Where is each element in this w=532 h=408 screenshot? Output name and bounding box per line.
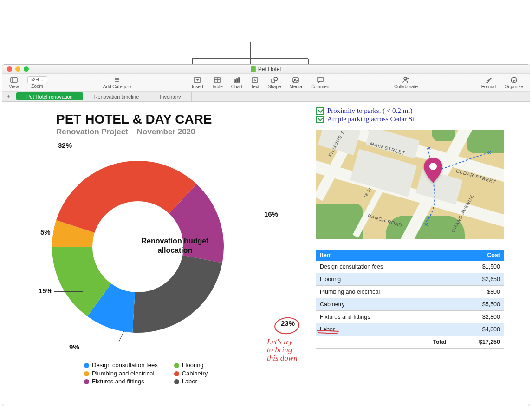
media-button[interactable]: Media	[286, 75, 306, 91]
text-icon: A	[251, 76, 259, 84]
window-title-text: Pet Hotel	[258, 66, 281, 72]
titlebar: Pet Hotel	[2, 65, 530, 74]
format-button[interactable]: Format	[478, 75, 500, 91]
svg-rect-11	[234, 80, 236, 82]
svg-text:✕: ✕	[487, 150, 492, 156]
insert-button[interactable]: Insert	[188, 75, 207, 91]
svg-rect-13	[238, 78, 240, 82]
table-row[interactable]: Fixtures and fittings$2,800	[316, 311, 504, 323]
person-plus-icon	[402, 76, 409, 84]
app-window: Pet Hotel View 52% ⌄ Zoom Add Category I…	[2, 64, 530, 406]
legend-item: Labor	[174, 377, 262, 386]
handwritten-red-note: Let's try to bring this down	[267, 338, 298, 362]
sidebar-icon	[10, 76, 18, 84]
document-icon	[251, 66, 256, 72]
handwritten-checklist: Proximity to parks. ( < 0.2 mi) Ample pa…	[316, 107, 416, 124]
slice-label-fixtures: 16%	[264, 210, 278, 218]
chart-button[interactable]: Chart	[227, 75, 246, 91]
list-icon	[113, 76, 121, 84]
table-total-row: Total $17,250	[316, 336, 504, 349]
svg-rect-0	[11, 78, 17, 82]
sheet-tab-bar: ＋ Pet Hotel renovationRenovation timelin…	[2, 92, 530, 102]
document-title: PET HOTEL & DAY CARE	[56, 112, 212, 127]
zoom-button[interactable]: 52% ⌄ Zoom	[24, 75, 51, 91]
shape-button[interactable]: Shape	[264, 75, 285, 91]
collaborate-button[interactable]: Collaborate	[390, 75, 422, 91]
table-row[interactable]: Labor$4,000	[316, 323, 504, 336]
organize-button[interactable]: Organize	[500, 75, 527, 91]
legend-swatch	[84, 363, 89, 368]
checkbox-icon	[316, 116, 324, 123]
legend-swatch	[174, 379, 179, 384]
document-canvas[interactable]: PET HOTEL & DAY CARE Renovation Project …	[2, 102, 530, 406]
table-button[interactable]: Table	[208, 75, 227, 91]
table-icon	[214, 76, 221, 84]
donut-slice[interactable]	[56, 161, 197, 233]
legend-swatch	[174, 363, 179, 368]
donut-slice[interactable]	[132, 255, 222, 333]
chart-center-label: Renovation budget allocation	[131, 237, 219, 255]
legend-swatch	[174, 371, 179, 376]
svg-text:✕: ✕	[427, 145, 431, 151]
legend-swatch	[84, 379, 89, 384]
map-pin-icon	[424, 158, 442, 184]
toolbar: View 52% ⌄ Zoom Add Category Insert Tabl…	[2, 74, 530, 92]
filter-icon	[510, 76, 518, 84]
window-controls	[2, 66, 29, 72]
shape-icon	[271, 76, 278, 84]
view-button[interactable]: View	[5, 75, 23, 91]
table-row[interactable]: Design consultation fees$1,500	[316, 261, 504, 273]
slice-label-cabinetry: 32%	[58, 141, 72, 149]
minimize-button[interactable]	[15, 66, 20, 72]
external-callout-lines	[0, 0, 532, 64]
sheet-tab[interactable]: Inventory	[149, 92, 191, 101]
table-row[interactable]: Flooring$2,650	[316, 273, 504, 286]
checkbox-icon	[316, 107, 324, 115]
table-row[interactable]: Cabinetry$5,500	[316, 298, 504, 311]
close-button[interactable]	[7, 66, 12, 72]
legend-item: Design consultation fees	[84, 361, 172, 369]
paintbrush-icon	[485, 76, 493, 84]
svg-point-30	[429, 163, 437, 170]
add-category-button[interactable]: Add Category	[99, 75, 135, 91]
zoom-value: 52% ⌄	[27, 76, 47, 83]
text-button[interactable]: A Text	[247, 75, 263, 91]
svg-rect-12	[236, 79, 238, 82]
legend-item: Flooring	[174, 361, 262, 369]
sheet-tab[interactable]: Renovation timeline	[84, 92, 150, 101]
document-subtitle: Renovation Project – November 2020	[56, 127, 195, 137]
add-sheet-button[interactable]: ＋	[2, 92, 15, 101]
svg-point-20	[404, 77, 407, 80]
slice-label-design: 9%	[69, 343, 79, 351]
slice-label-flooring: 15%	[39, 287, 52, 295]
legend-item: Plumbing and electrical	[84, 369, 172, 378]
handdrawn-underline	[316, 329, 344, 335]
location-map[interactable]: ✕ ✕ ✕ FILMORE ST. MAIN STREET CEDAR STRE…	[316, 130, 504, 239]
table-header-item: Item	[316, 250, 450, 261]
cost-table[interactable]: Item Cost Design consultation fees$1,500…	[316, 250, 504, 349]
table-row[interactable]: Plumbing and electrical$800	[316, 286, 504, 298]
window-title: Pet Hotel	[251, 66, 281, 72]
plus-box-icon	[194, 76, 201, 84]
fullscreen-button[interactable]	[24, 66, 29, 72]
map-dashed-route: ✕ ✕ ✕	[316, 130, 504, 239]
svg-text:A: A	[254, 78, 257, 82]
comment-button[interactable]: Comment	[307, 75, 334, 91]
svg-text:✕: ✕	[424, 221, 428, 228]
sheet-tab[interactable]: Pet Hotel renovation	[16, 92, 83, 100]
legend-item: Cabinetry	[174, 369, 262, 378]
comment-icon	[317, 76, 324, 84]
chart-legend: Design consultation feesPlumbing and ele…	[84, 361, 262, 386]
chart-icon	[233, 76, 240, 84]
slice-label-plumbing: 5%	[40, 228, 51, 236]
legend-swatch	[84, 371, 89, 376]
media-icon	[292, 76, 299, 84]
legend-item: Fixtures and fittings	[84, 377, 172, 386]
table-header-cost: Cost	[450, 250, 504, 261]
